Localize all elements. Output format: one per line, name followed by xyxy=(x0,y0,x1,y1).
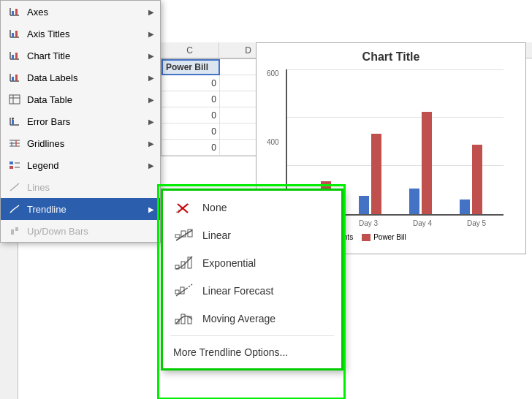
bar-group xyxy=(460,145,482,214)
svg-rect-38 xyxy=(175,235,180,238)
submenu-item-none[interactable]: None xyxy=(163,194,341,221)
submenu-item-linear[interactable]: Linear xyxy=(163,221,341,249)
bar-blue xyxy=(359,196,369,214)
moving-average-icon xyxy=(173,308,195,329)
svg-rect-10 xyxy=(12,55,14,59)
menu-item-updown-bars[interactable]: Up/Down Bars xyxy=(1,220,160,242)
bar-blue xyxy=(460,200,470,214)
legend-arrow: ▶ xyxy=(148,162,154,170)
exponential-trendline-icon xyxy=(173,253,195,273)
data-labels-icon xyxy=(7,69,23,86)
svg-rect-27 xyxy=(11,142,12,146)
gridlines-icon xyxy=(7,135,23,151)
bar-group xyxy=(359,134,381,214)
legend-item-powerbill: Power Bill xyxy=(362,233,406,241)
chart-title-arrow: ▶ xyxy=(148,52,154,60)
svg-rect-15 xyxy=(15,75,18,81)
menu-label-chart-title: Chart Title xyxy=(27,50,148,61)
submenu-divider xyxy=(170,335,334,336)
svg-rect-6 xyxy=(12,33,14,37)
submenu-item-exponential[interactable]: Exponential xyxy=(163,249,341,277)
data-table-icon xyxy=(7,91,23,107)
legend-color-orange xyxy=(362,234,370,241)
submenu-label-none: None xyxy=(202,202,227,213)
svg-rect-50 xyxy=(181,314,185,324)
context-menu[interactable]: Axes ▶ Axis Titles ▶ Chart Title ▶ xyxy=(0,0,161,243)
trendline-icon xyxy=(7,201,23,217)
submenu-label-linear: Linear xyxy=(202,229,231,241)
bar-blue xyxy=(409,189,419,214)
col-header-c: C xyxy=(161,42,219,58)
svg-rect-21 xyxy=(12,120,14,125)
submenu-more-label: More Trendline Options... xyxy=(173,346,288,358)
svg-line-33 xyxy=(10,183,19,191)
menu-item-gridlines[interactable]: Gridlines ▶ xyxy=(1,132,160,154)
menu-item-axes[interactable]: Axes ▶ xyxy=(1,1,160,23)
menu-label-trendline: Trendline xyxy=(27,204,148,215)
legend-icon xyxy=(7,157,23,173)
submenu-more-options[interactable]: More Trendline Options... xyxy=(163,339,341,365)
svg-rect-7 xyxy=(15,31,18,37)
svg-rect-34 xyxy=(11,229,14,235)
axes-arrow: ▶ xyxy=(148,8,154,16)
bar-orange xyxy=(422,112,432,214)
submenu-label-exponential: Exponential xyxy=(202,257,256,269)
submenu-item-moving-average[interactable]: Moving Average xyxy=(163,305,341,332)
submenu-item-linear-forecast[interactable]: Linear Forecast xyxy=(163,277,341,305)
menu-label-updown-bars: Up/Down Bars xyxy=(27,226,154,237)
menu-label-axis-titles: Axis Titles xyxy=(27,28,148,39)
axes-icon xyxy=(7,4,23,20)
menu-item-data-labels[interactable]: Data Labels ▶ xyxy=(1,66,160,88)
data-table-arrow: ▶ xyxy=(148,96,154,104)
svg-rect-30 xyxy=(10,166,13,169)
svg-rect-3 xyxy=(15,9,18,15)
svg-rect-35 xyxy=(15,227,18,231)
error-bars-arrow: ▶ xyxy=(148,118,154,126)
chart-title: Chart Title xyxy=(264,50,518,64)
header-cell-powerbill: Power Bill xyxy=(162,59,220,75)
menu-label-data-labels: Data Labels xyxy=(27,72,148,83)
lines-icon xyxy=(7,179,23,195)
menu-label-axes: Axes xyxy=(27,7,148,18)
svg-rect-45 xyxy=(175,290,179,294)
menu-item-legend[interactable]: Legend ▶ xyxy=(1,154,160,176)
menu-label-legend: Legend xyxy=(27,160,148,171)
menu-label-lines: Lines xyxy=(27,182,154,193)
submenu-label-linear-forecast: Linear Forecast xyxy=(202,285,273,297)
bar-orange xyxy=(371,134,381,214)
svg-line-48 xyxy=(186,284,192,289)
bar-group xyxy=(409,112,432,214)
svg-rect-14 xyxy=(12,77,14,81)
svg-line-41 xyxy=(176,230,192,240)
menu-item-axis-titles[interactable]: Axis Titles ▶ xyxy=(1,23,160,45)
menu-label-data-table: Data Table xyxy=(27,94,148,105)
menu-item-lines[interactable]: Lines xyxy=(1,176,160,198)
menu-item-trendline[interactable]: Trendline ▶ xyxy=(1,198,160,220)
svg-rect-28 xyxy=(15,140,17,146)
linear-trendline-icon xyxy=(173,225,195,246)
gridlines-arrow: ▶ xyxy=(148,140,154,148)
none-trendline-icon xyxy=(173,197,195,218)
chart-title-icon xyxy=(7,48,23,64)
menu-item-data-table[interactable]: Data Table ▶ xyxy=(1,88,160,110)
svg-rect-2 xyxy=(12,11,14,15)
menu-label-gridlines: Gridlines xyxy=(27,138,148,149)
legend-label-powerbill: Power Bill xyxy=(373,233,406,241)
svg-rect-11 xyxy=(15,53,18,59)
error-bars-icon xyxy=(7,113,23,129)
data-labels-arrow: ▶ xyxy=(148,74,154,82)
updown-bars-icon xyxy=(7,223,23,239)
menu-label-error-bars: Error Bars xyxy=(27,116,148,127)
trendline-arrow: ▶ xyxy=(148,205,154,213)
axis-titles-icon xyxy=(7,26,23,42)
menu-item-error-bars[interactable]: Error Bars ▶ xyxy=(1,110,160,132)
axis-titles-arrow: ▶ xyxy=(148,30,154,38)
trendline-submenu[interactable]: None Linear Exponential xyxy=(161,189,343,370)
submenu-label-moving-average: Moving Average xyxy=(202,313,276,324)
bar-orange xyxy=(472,145,482,214)
svg-rect-29 xyxy=(10,162,13,164)
linear-forecast-icon xyxy=(173,281,195,301)
svg-rect-16 xyxy=(10,95,20,104)
menu-item-chart-title[interactable]: Chart Title ▶ xyxy=(1,45,160,66)
